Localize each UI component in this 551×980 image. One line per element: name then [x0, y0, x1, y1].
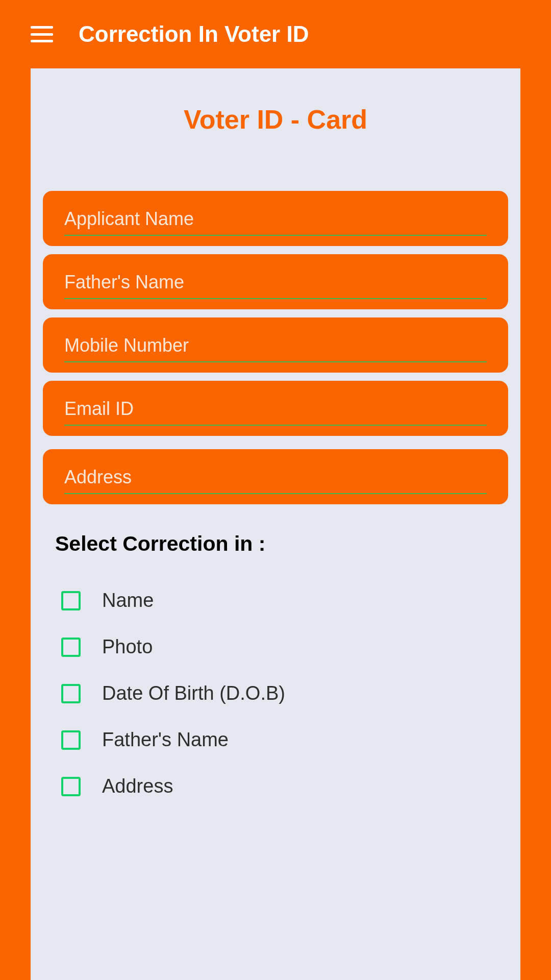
- fathers-name-input[interactable]: [64, 272, 487, 299]
- checkbox-label-address: Address: [102, 775, 173, 797]
- checkbox-address[interactable]: [61, 777, 81, 796]
- fathers-name-field: [43, 254, 508, 309]
- mobile-number-field: [43, 317, 508, 373]
- checkbox-label-name: Name: [102, 590, 154, 611]
- checkbox-dob[interactable]: [61, 684, 81, 703]
- app-header: Correction In Voter ID: [0, 0, 551, 68]
- checkbox-label-photo: Photo: [102, 636, 153, 658]
- email-id-field: [43, 381, 508, 436]
- applicant-name-field: [43, 191, 508, 246]
- checkbox-row-photo[interactable]: Photo: [43, 624, 508, 670]
- applicant-name-input[interactable]: [64, 208, 487, 236]
- header-title: Correction In Voter ID: [79, 21, 309, 47]
- checkbox-row-fathers-name[interactable]: Father's Name: [43, 717, 508, 763]
- hamburger-menu-icon[interactable]: [31, 26, 53, 42]
- checkbox-label-fathers-name: Father's Name: [102, 729, 229, 751]
- correction-section-label: Select Correction in :: [55, 532, 508, 556]
- mobile-number-input[interactable]: [64, 335, 487, 362]
- checkbox-row-address[interactable]: Address: [43, 763, 508, 810]
- checkbox-row-name[interactable]: Name: [43, 577, 508, 624]
- page-title: Voter ID - Card: [43, 104, 508, 135]
- email-id-input[interactable]: [64, 398, 487, 426]
- address-field: [43, 449, 508, 504]
- address-input[interactable]: [64, 467, 487, 494]
- checkbox-name[interactable]: [61, 591, 81, 610]
- checkbox-fathers-name[interactable]: [61, 730, 81, 750]
- checkbox-label-dob: Date Of Birth (D.O.B): [102, 682, 285, 704]
- checkbox-row-dob[interactable]: Date Of Birth (D.O.B): [43, 670, 508, 717]
- checkbox-photo[interactable]: [61, 638, 81, 657]
- content-card: Voter ID - Card Select Correction in : N…: [31, 68, 520, 980]
